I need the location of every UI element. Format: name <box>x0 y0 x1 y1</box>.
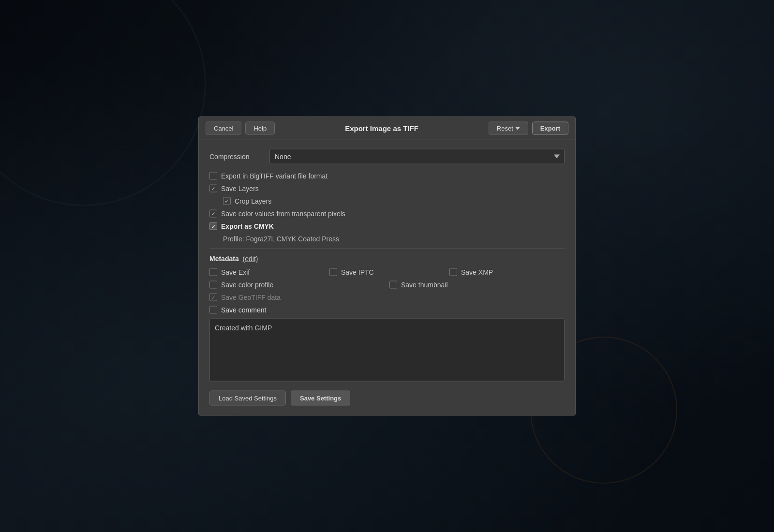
profile-text: Profile: Fogra27L CMYK Coated Press <box>223 235 339 243</box>
save-exif-option: Save Exif <box>209 268 325 276</box>
save-thumbnail-label: Save thumbnail <box>401 281 448 289</box>
comment-textarea[interactable]: Created with GIMP <box>209 319 565 382</box>
save-geotiff-checkbox[interactable]: ✓ <box>209 294 217 301</box>
big-tiff-label: Export in BigTIFF variant file format <box>221 172 327 180</box>
save-thumbnail-checkbox[interactable] <box>389 281 397 289</box>
save-xmp-checkbox[interactable] <box>449 268 457 276</box>
save-color-values-checkbox[interactable]: ✓ <box>209 210 217 218</box>
save-color-values-label: Save color values from transparent pixel… <box>221 210 345 218</box>
save-color-profile-label: Save color profile <box>221 281 273 289</box>
reset-button[interactable]: Reset <box>489 122 528 135</box>
save-geotiff-label: Save GeoTIFF data <box>221 294 281 301</box>
save-layers-checkbox[interactable]: ✓ <box>209 185 217 192</box>
export-cmyk-checkbox[interactable]: ✓ <box>209 222 217 230</box>
crop-layers-checkbox[interactable]: ✓ <box>223 197 231 205</box>
profile-row: Profile: Fogra27L CMYK Coated Press <box>223 235 565 243</box>
save-color-values-option: ✓ Save color values from transparent pix… <box>209 210 565 218</box>
save-geotiff-option: ✓ Save GeoTIFF data <box>209 294 565 301</box>
export-button[interactable]: Export <box>532 122 568 135</box>
metadata-grid: Save Exif Save IPTC Save XMP <box>209 268 565 276</box>
export-tiff-dialog: Cancel Help Export Image as TIFF Reset E… <box>198 117 576 416</box>
crop-layers-option: ✓ Crop Layers <box>223 197 565 205</box>
save-comment-option: Save comment <box>209 306 565 314</box>
save-comment-checkbox[interactable] <box>209 306 217 314</box>
dialog-body: Compression None LZW JPEG Deflate PackBi… <box>199 140 575 415</box>
metadata-heading: Metadata (edit) <box>209 255 565 263</box>
compression-row: Compression None LZW JPEG Deflate PackBi… <box>209 149 565 164</box>
save-layers-label: Save Layers <box>221 185 259 192</box>
reset-label: Reset <box>497 125 513 132</box>
save-color-profile-checkbox[interactable] <box>209 281 217 289</box>
save-layers-option: ✓ Save Layers <box>209 185 565 192</box>
metadata-edit-link[interactable]: (edit) <box>243 255 258 263</box>
crop-layers-label: Crop Layers <box>235 197 271 205</box>
save-iptc-checkbox[interactable] <box>329 268 337 276</box>
dialog-footer: Load Saved Settings Save Settings <box>209 391 565 408</box>
export-cmyk-option: ✓ Export as CMYK <box>209 222 565 230</box>
save-settings-button[interactable]: Save Settings <box>291 391 350 406</box>
big-tiff-checkbox[interactable] <box>209 172 217 180</box>
save-comment-label: Save comment <box>221 306 266 314</box>
cancel-button[interactable]: Cancel <box>206 122 241 135</box>
dialog-wrapper: Cancel Help Export Image as TIFF Reset E… <box>198 117 576 416</box>
compression-select[interactable]: None LZW JPEG Deflate PackBits <box>269 149 565 164</box>
checkmark-icon: ✓ <box>224 198 229 204</box>
metadata-row2: Save color profile Save thumbnail <box>209 281 565 289</box>
save-xmp-option: Save XMP <box>449 268 565 276</box>
save-thumbnail-option: Save thumbnail <box>389 281 565 289</box>
export-cmyk-label: Export as CMYK <box>221 222 274 230</box>
save-iptc-option: Save IPTC <box>329 268 445 276</box>
compression-select-wrapper: None LZW JPEG Deflate PackBits <box>269 149 565 164</box>
big-tiff-option: Export in BigTIFF variant file format <box>209 172 565 180</box>
checkmark-icon: ✓ <box>211 223 216 229</box>
help-button[interactable]: Help <box>245 122 275 135</box>
save-color-profile-option: Save color profile <box>209 281 385 289</box>
metadata-label: Metadata <box>209 255 239 263</box>
load-saved-settings-button[interactable]: Load Saved Settings <box>209 391 286 406</box>
checkmark-icon: ✓ <box>211 295 216 300</box>
checkmark-icon: ✓ <box>211 186 216 192</box>
chevron-down-icon <box>515 127 520 130</box>
dialog-title: Export Image as TIFF <box>279 124 485 133</box>
dialog-titlebar: Cancel Help Export Image as TIFF Reset E… <box>199 117 575 140</box>
save-xmp-label: Save XMP <box>461 268 493 276</box>
section-divider <box>209 249 565 249</box>
checkmark-icon: ✓ <box>211 211 216 217</box>
compression-label: Compression <box>209 153 263 161</box>
save-exif-label: Save Exif <box>221 268 250 276</box>
save-iptc-label: Save IPTC <box>341 268 374 276</box>
save-exif-checkbox[interactable] <box>209 268 217 276</box>
